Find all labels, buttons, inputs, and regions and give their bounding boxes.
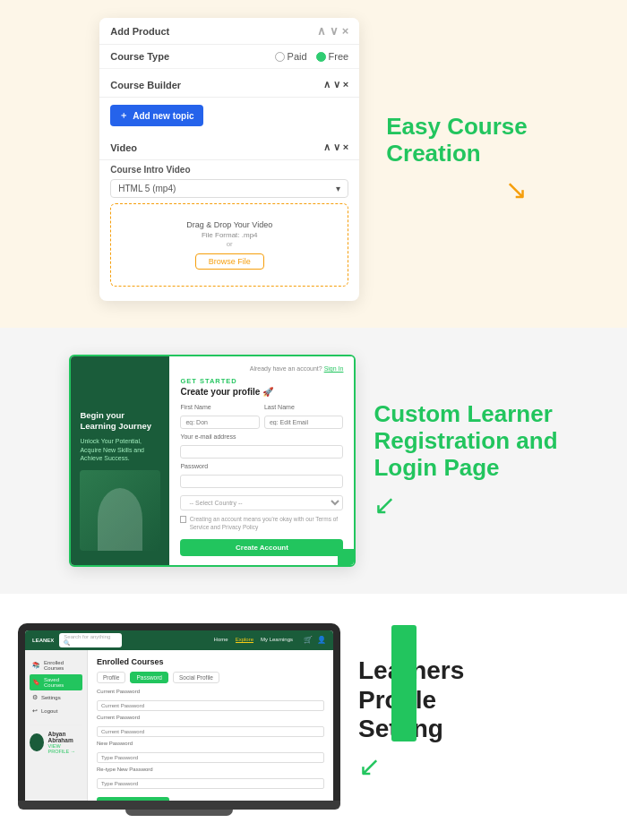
tab-password[interactable]: Password (130, 672, 168, 683)
lms-search-box[interactable]: Search for anything 🔍 (59, 633, 122, 647)
cart-icon: 🛒 (304, 636, 313, 644)
course-creation-card: Add Product ∧ ∨ × Course Type Paid Free (99, 18, 359, 301)
save-password-button[interactable]: SAVE PASSWORD (97, 797, 169, 801)
lms-nav: Home Explore My Learnings (214, 637, 293, 643)
user-icon: 👤 (317, 636, 326, 644)
nav-home: Home (214, 637, 228, 643)
add-product-header: Add Product ∧ ∨ × (99, 18, 359, 45)
search-placeholder: Search for anything (64, 634, 110, 639)
paid-radio-circle (275, 52, 285, 62)
current-password-group2: Current Password (97, 715, 324, 737)
avatar-info: Abyan Abraham VIEW PROFILE → (48, 731, 82, 754)
avatar-name: Abyan Abraham (48, 731, 82, 743)
create-account-button[interactable]: Create Account (180, 539, 343, 556)
section1: Add Product ∧ ∨ × Course Type Paid Free (0, 0, 627, 328)
tab-social-profile[interactable]: Social Profile (173, 672, 219, 683)
html5-select[interactable]: HTML 5 (mp4) ▾ (110, 179, 348, 198)
easy-course-text: Easy Course Creation ↙ (386, 114, 528, 206)
country-select[interactable]: -- Select Country -- (180, 495, 343, 510)
settings-icon: ⚙ (32, 694, 38, 701)
laptop-screen: LEANEX Search for anything 🔍 Home Explor… (25, 630, 333, 801)
free-radio-circle (316, 52, 326, 62)
login-form-area: Already have an account? Sign In GET STA… (169, 356, 354, 565)
get-started-label: GET STARTED (180, 377, 343, 385)
avatar-row: Abyan Abraham VIEW PROFILE → (30, 724, 82, 754)
video-label: Video (110, 142, 137, 153)
email-field-group: Your e-mail address (180, 433, 343, 459)
green-accent-bar (391, 625, 417, 741)
new-password-label: New Password (97, 741, 324, 746)
sidebar-saved[interactable]: 🔖 Saved Courses (30, 674, 82, 690)
course-builder-header: Course Builder ∧ ∨ × (99, 73, 359, 98)
sign-in-link[interactable]: Sign In (324, 365, 344, 372)
arrow-icon2: ↙ (374, 489, 557, 520)
tos-checkbox[interactable] (180, 516, 185, 523)
last-name-field: Last Name (264, 404, 344, 429)
current-password-input2[interactable] (97, 726, 324, 737)
video-icons: ∧ ∨ × (323, 141, 349, 153)
browse-file-button[interactable]: Browse File (195, 253, 264, 270)
lms-sidebar: 📚 Enrolled Courses 🔖 Saved Courses ⚙ Set… (25, 650, 88, 801)
password-field-group: Password (180, 463, 343, 488)
laptop-stand (125, 810, 233, 816)
sidebar-settings[interactable]: ⚙ Settings (30, 691, 82, 704)
current-password-group: Current Password (97, 689, 324, 711)
retype-password-input[interactable] (97, 778, 324, 789)
first-name-input[interactable] (180, 416, 260, 429)
password-input[interactable] (180, 475, 343, 488)
course-intro-label: Course Intro Video (99, 160, 359, 177)
avatar-circle (30, 733, 44, 751)
select-chevron-icon: ▾ (336, 184, 340, 193)
course-builder-label: Course Builder (110, 80, 181, 90)
email-label: Your e-mail address (180, 433, 343, 440)
enrolled-icon: 📚 (32, 662, 40, 669)
paid-radio[interactable]: Paid (275, 51, 307, 62)
course-type-row: Course Type Paid Free (99, 45, 359, 69)
section3: LEANEX Search for anything 🔍 Home Explor… (0, 594, 627, 840)
tab-profile[interactable]: Profile (97, 672, 125, 683)
sidebar-logout-label: Logout (41, 708, 57, 714)
video-section-header: Video ∧ ∨ × (99, 135, 359, 160)
or-text: or (120, 240, 339, 248)
sidebar-image (80, 470, 160, 551)
plus-icon: ＋ (119, 109, 128, 122)
builder-icons: ∧ ∨ × (323, 79, 349, 90)
nav-explore: Explore (236, 637, 253, 643)
paid-label: Paid (288, 51, 307, 62)
create-profile-title: Create your profile 🚀 (180, 387, 343, 397)
current-password-label2: Current Password (97, 715, 324, 720)
current-password-input[interactable] (97, 700, 324, 711)
add-topic-label: Add new topic (133, 111, 193, 121)
laptop-base (18, 801, 340, 810)
add-topic-button[interactable]: ＋ Add new topic (110, 105, 202, 126)
person-silhouette (98, 488, 142, 551)
logout-icon: ↩ (32, 707, 38, 715)
sidebar-enrolled[interactable]: 📚 Enrolled Courses (30, 657, 82, 673)
arrow-icon3: ↙ (358, 750, 609, 782)
email-input[interactable] (180, 445, 343, 459)
new-password-input[interactable] (97, 752, 324, 763)
sidebar-settings-label: Settings (41, 695, 61, 700)
video-dropzone[interactable]: Drag & Drop Your Video File Format: .mp4… (110, 203, 348, 287)
sidebar-title: Begin your Learning Journey (80, 410, 160, 433)
search-icon: 🔍 (64, 640, 70, 646)
lms-tabs: Profile Password Social Profile (97, 672, 324, 683)
last-name-label: Last Name (264, 404, 344, 410)
sidebar-subtitle: Unlock Your Potential, Acquire New Skill… (80, 437, 160, 463)
current-password-label: Current Password (97, 689, 324, 694)
sidebar-saved-label: Saved Courses (44, 677, 80, 688)
custom-learner-title: Custom Learner Registration and Login Pa… (374, 401, 557, 482)
sidebar-enrolled-label: Enrolled Courses (44, 660, 80, 671)
login-card-sidebar: Begin your Learning Journey Unlock Your … (71, 356, 169, 565)
header-icons: ∧ ∨ × (317, 24, 348, 38)
section2: Begin your Learning Journey Unlock Your … (0, 328, 627, 594)
avatar-link[interactable]: VIEW PROFILE → (48, 743, 82, 754)
course-type-radios[interactable]: Paid Free (275, 51, 349, 62)
first-name-label: First Name (180, 404, 260, 410)
free-radio[interactable]: Free (316, 51, 349, 62)
html5-option: HTML 5 (mp4) (118, 184, 176, 193)
sidebar-logout[interactable]: ↩ Logout (30, 705, 82, 717)
add-product-label: Add Product (110, 26, 169, 37)
registration-card: Begin your Learning Journey Unlock Your … (69, 355, 356, 567)
last-name-input[interactable] (264, 416, 344, 429)
